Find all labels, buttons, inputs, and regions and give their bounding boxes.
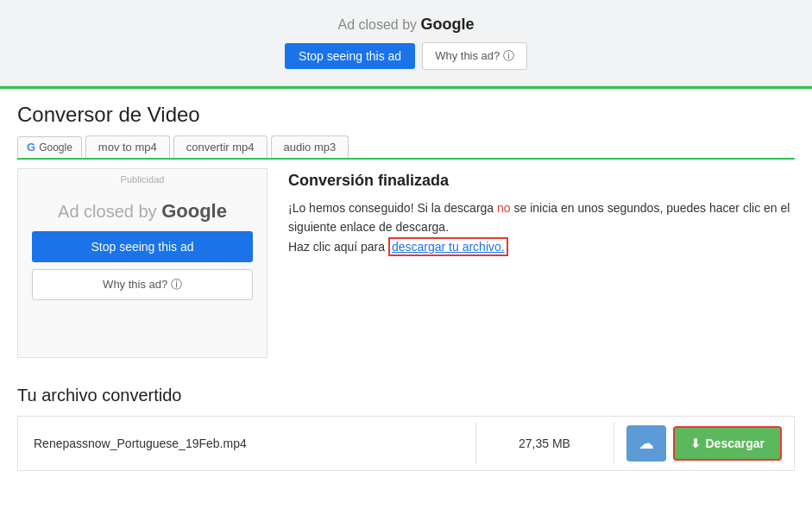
stop-seeing-button-top[interactable]: Stop seeing this ad [285,43,415,69]
inner-ad-content: Ad closed by Google Stop seeing this ad … [32,200,253,300]
top-ad-google-brand: Google [421,16,475,33]
top-ad-by-label: Ad closed by [337,17,420,32]
your-file-title: Tu archivo convertido [17,386,795,405]
content-row: Publicidad Ad closed by Google Stop seei… [17,160,795,358]
tab-mov-to-mp4[interactable]: mov to mp4 [85,135,170,158]
page-title: Conversor de Video [17,103,795,127]
bottom-section: Tu archivo convertido Renepassnow_Portug… [0,386,812,488]
inner-ad-closed-text: Ad closed by Google [32,200,253,223]
cloud-upload-icon: ☁ [639,434,654,453]
top-ad-closed-text: Ad closed by Google [0,16,812,34]
google-g-icon: G [27,141,35,154]
descargar-icon: ⬇ [690,436,701,450]
file-size-cell: 27,35 MB [476,423,614,464]
tab-google[interactable]: G Google [17,136,82,157]
main-content: Conversor de Video G Google mov to mp4 c… [0,89,812,358]
descargar-label: Descargar [706,436,765,450]
why-this-ad-button-top[interactable]: Why this ad? ⓘ [422,42,527,70]
download-link[interactable]: descargar tu archivo. [388,237,508,256]
file-actions-cell: ☁ ⬇ Descargar [614,417,795,470]
right-conversion-panel: Conversión finalizada ¡Lo hemos consegui… [288,168,795,358]
nav-tabs-bar: G Google mov to mp4 convertir mp4 audio … [17,135,795,160]
why-this-ad-button-inner[interactable]: Why this ad? ⓘ [32,269,253,300]
tab-audio-mp3[interactable]: audio mp3 [271,135,349,158]
file-row: Renepassnow_Portuguese_19Feb.mp4 27,35 M… [17,416,795,471]
publicidad-label: Publicidad [121,174,165,185]
inner-ad-by-label: Ad closed by [58,202,161,221]
left-ad-panel: Publicidad Ad closed by Google Stop seei… [17,168,268,358]
top-ad-buttons-row: Stop seeing this ad Why this ad? ⓘ [0,42,812,70]
tab-audio-label: audio mp3 [284,141,337,154]
tab-mov-label: mov to mp4 [98,141,157,154]
descargar-button[interactable]: ⬇ Descargar [673,426,783,461]
tab-convertir-mp4[interactable]: convertir mp4 [173,135,268,158]
conversion-paragraph3: Haz clic aquí para [288,240,388,254]
stop-seeing-button-inner[interactable]: Stop seeing this ad [32,231,253,262]
tab-google-label: Google [39,141,72,154]
conversion-title: Conversión finalizada [288,172,795,190]
file-name-cell: Renepassnow_Portuguese_19Feb.mp4 [18,423,476,464]
conversion-text: ¡Lo hemos conseguido! Si la descarga no … [288,198,795,256]
top-ad-panel: Ad closed by Google Stop seeing this ad … [0,0,812,86]
tab-convertir-label: convertir mp4 [186,141,255,154]
conversion-no-word: no [497,201,511,215]
conversion-paragraph1: ¡Lo hemos conseguido! Si la descarga [288,201,497,215]
inner-ad-google-brand: Google [161,200,227,222]
cloud-upload-button[interactable]: ☁ [626,425,666,462]
